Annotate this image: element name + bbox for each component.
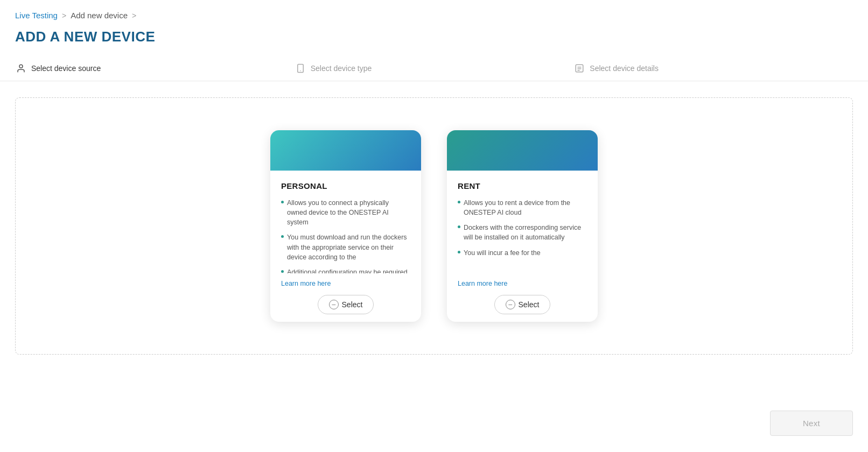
personal-bullet-3-text: Additional configuration may be required xyxy=(287,267,408,273)
rent-select-label: Select xyxy=(519,300,540,309)
rent-bullet-2: Dockers with the corresponding service w… xyxy=(458,223,585,242)
personal-card-title: PERSONAL xyxy=(281,181,410,190)
personal-card-header xyxy=(270,130,421,171)
page-title: ADD A NEW DEVICE xyxy=(0,25,868,56)
bullet-icon xyxy=(281,235,284,238)
bullet-icon xyxy=(281,201,284,203)
personal-select-button[interactable]: − Select xyxy=(318,295,374,314)
step-type: Select device type xyxy=(295,62,574,74)
personal-card-list: Allows you to connect a physically owned… xyxy=(281,198,410,273)
personal-bullet-1: Allows you to connect a physically owned… xyxy=(281,198,408,227)
rent-bullet-3: You will incur a fee for the xyxy=(458,248,585,258)
details-icon xyxy=(573,62,585,74)
rent-card-body: RENT Allows you to rent a device from th… xyxy=(447,171,598,322)
personal-card: PERSONAL Allows you to connect a physica… xyxy=(270,130,421,322)
person-icon xyxy=(15,62,27,74)
rent-bullet-1: Allows you to rent a device from the ONE… xyxy=(458,198,585,217)
rent-card-title: RENT xyxy=(458,181,587,190)
breadcrumb-sep1: > xyxy=(62,11,66,20)
rent-learn-more[interactable]: Learn more here xyxy=(458,280,587,287)
bullet-icon xyxy=(281,270,284,273)
step-type-label: Select device type xyxy=(311,64,372,73)
device-icon xyxy=(295,62,306,74)
rent-card: RENT Allows you to rent a device from th… xyxy=(447,130,598,322)
rent-card-list: Allows you to rent a device from the ONE… xyxy=(458,198,587,273)
rent-bullet-3-text: You will incur a fee for the xyxy=(464,248,541,258)
breadcrumb: Live Testing > Add new device > xyxy=(0,0,868,25)
select-circle-icon: − xyxy=(506,300,515,309)
steps-bar: Select device source Select device type … xyxy=(0,56,868,81)
breadcrumb-sep2: > xyxy=(132,11,136,20)
rent-bullet-1-text: Allows you to rent a device from the ONE… xyxy=(464,198,585,217)
step-details-label: Select device details xyxy=(590,64,659,73)
next-button[interactable]: Next xyxy=(770,411,853,436)
personal-select-label: Select xyxy=(342,300,363,309)
cards-container: PERSONAL Allows you to connect a physica… xyxy=(15,97,853,355)
personal-card-body: PERSONAL Allows you to connect a physica… xyxy=(270,171,421,322)
svg-point-0 xyxy=(19,65,23,68)
main-content: PERSONAL Allows you to connect a physica… xyxy=(0,81,868,371)
rent-select-button[interactable]: − Select xyxy=(494,295,551,314)
rent-bullet-2-text: Dockers with the corresponding service w… xyxy=(464,223,585,242)
breadcrumb-live-testing[interactable]: Live Testing xyxy=(15,11,58,20)
step-source: Select device source xyxy=(15,62,295,74)
personal-bullet-2: You must download and run the dockers wi… xyxy=(281,232,408,262)
personal-bullet-1-text: Allows you to connect a physically owned… xyxy=(287,198,408,227)
personal-learn-more[interactable]: Learn more here xyxy=(281,280,410,287)
step-details: Select device details xyxy=(573,62,853,74)
step-source-label: Select device source xyxy=(31,64,101,73)
bullet-icon xyxy=(458,225,460,228)
bullet-icon xyxy=(458,201,460,203)
personal-bullet-3: Additional configuration may be required xyxy=(281,267,408,273)
select-circle-icon: − xyxy=(329,300,339,309)
rent-card-header xyxy=(447,130,598,171)
breadcrumb-add-device: Add new device xyxy=(71,11,128,20)
bullet-icon xyxy=(458,251,460,253)
personal-bullet-2-text: You must download and run the dockers wi… xyxy=(287,232,408,262)
next-btn-container: Next xyxy=(770,411,853,436)
